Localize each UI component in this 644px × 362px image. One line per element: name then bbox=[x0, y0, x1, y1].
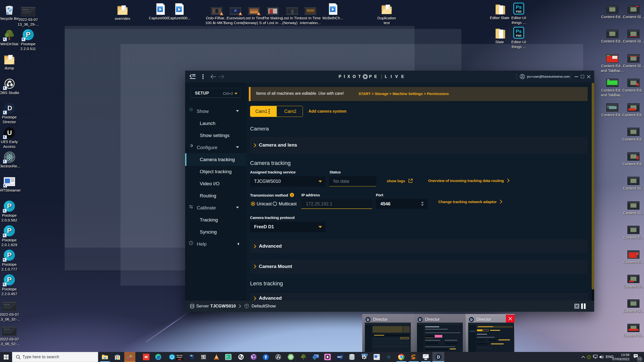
svg-text:D: D bbox=[470, 318, 472, 322]
svg-text:?: ? bbox=[190, 242, 192, 245]
svg-text:D: D bbox=[419, 318, 421, 322]
svg-text:D: D bbox=[367, 318, 369, 322]
svg-text:D: D bbox=[437, 355, 440, 359]
